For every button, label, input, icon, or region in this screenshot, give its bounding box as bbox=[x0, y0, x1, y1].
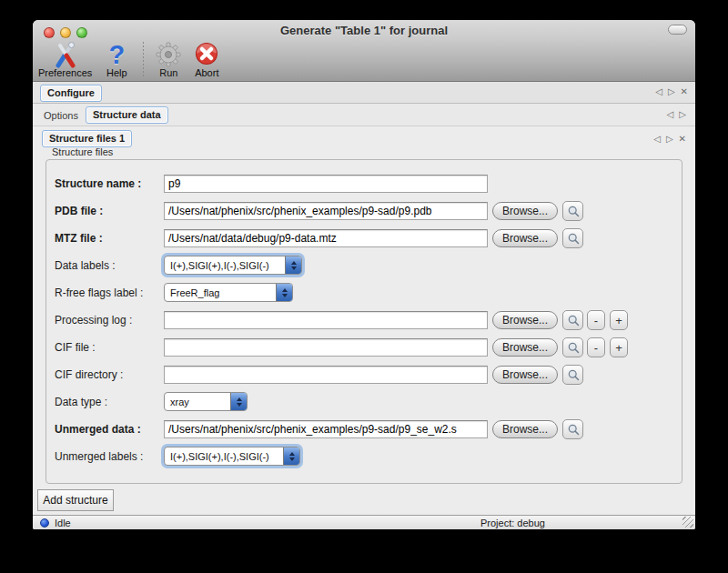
status-text: Idle bbox=[55, 518, 71, 528]
cif-directory-input[interactable] bbox=[164, 366, 488, 384]
processing-log-input[interactable] bbox=[164, 311, 488, 329]
question-icon: ? bbox=[103, 41, 130, 68]
field-label: CIF directory : bbox=[55, 365, 162, 385]
tab-options[interactable]: Options bbox=[44, 110, 78, 121]
help-button[interactable]: ? Help bbox=[101, 40, 132, 78]
form-row-rfree-flags: R-free flags label : FreeR_flag bbox=[55, 283, 682, 303]
tabbar1-controls: ◁ ▷ ✕ bbox=[655, 87, 688, 96]
tab-scroll-left-icon[interactable]: ◁ bbox=[653, 135, 661, 144]
tab-structure-files-1[interactable]: Structure files 1 bbox=[42, 130, 132, 147]
run-button[interactable]: Run bbox=[153, 40, 184, 78]
close-button[interactable] bbox=[44, 27, 55, 38]
toolbar-separator bbox=[143, 42, 144, 76]
status-bar: Idle Project: debug bbox=[33, 515, 695, 529]
field-label: R-free flags label : bbox=[55, 283, 162, 303]
preferences-button[interactable]: Preferences bbox=[36, 40, 94, 78]
rfree-flags-select[interactable]: FreeR_flag bbox=[164, 283, 293, 302]
titlebar[interactable]: Generate "Table 1" for journal bbox=[33, 20, 695, 40]
tab-configure[interactable]: Configure bbox=[40, 85, 102, 102]
tab-scroll-left-icon[interactable]: ◁ bbox=[667, 110, 674, 119]
form-row-unmerged-labels: Unmerged labels : I(+),SIGI(+),I(-),SIGI… bbox=[55, 447, 682, 467]
magnifier-icon bbox=[567, 205, 580, 217]
field-label: Unmerged data : bbox=[55, 419, 162, 439]
tab-close-icon[interactable]: ✕ bbox=[681, 87, 688, 96]
view-file-button[interactable] bbox=[562, 310, 583, 330]
tab-scroll-right-icon[interactable]: ▷ bbox=[679, 110, 686, 119]
selected-option: I(+),SIGI(+),I(-),SIGI(-) bbox=[165, 451, 283, 462]
selected-option: xray bbox=[165, 397, 230, 407]
form-row-pdb-file: PDB file : Browse... bbox=[55, 201, 682, 221]
tab-scroll-right-icon[interactable]: ▷ bbox=[668, 87, 675, 96]
status-indicator-icon bbox=[40, 518, 49, 528]
browse-button[interactable]: Browse... bbox=[492, 229, 558, 247]
magnifier-icon bbox=[567, 423, 580, 436]
group-label: Structure files bbox=[52, 146, 113, 157]
form-row-unmerged-data: Unmerged data : Browse... bbox=[55, 419, 682, 439]
selected-option: FreeR_flag bbox=[165, 287, 276, 298]
browse-button[interactable]: Browse... bbox=[492, 420, 558, 438]
field-label: MTZ file : bbox=[55, 228, 162, 248]
unmerged-data-input[interactable] bbox=[164, 420, 488, 438]
form-row-structure-name: Structure name : bbox=[55, 174, 682, 194]
tab-scroll-right-icon[interactable]: ▷ bbox=[666, 135, 673, 144]
form-row-mtz-file: MTZ file : Browse... bbox=[55, 228, 682, 248]
browse-button[interactable]: Browse... bbox=[492, 338, 558, 357]
view-file-button[interactable] bbox=[562, 201, 583, 221]
view-file-button[interactable] bbox=[562, 419, 583, 439]
add-field-button[interactable]: + bbox=[610, 337, 628, 357]
tabbar2-controls: ◁ ▷ bbox=[667, 110, 686, 119]
magnifier-icon bbox=[567, 368, 580, 381]
tab-structure-data[interactable]: Structure data bbox=[86, 106, 168, 124]
popup-stepper-icon bbox=[230, 393, 247, 410]
browse-button[interactable]: Browse... bbox=[492, 202, 558, 220]
abort-label: Abort bbox=[195, 67, 218, 78]
run-label: Run bbox=[159, 67, 177, 78]
tabbar-sections: Options Structure data ◁ ▷ bbox=[33, 104, 695, 126]
minimize-button[interactable] bbox=[60, 27, 71, 38]
resize-grip[interactable] bbox=[682, 517, 693, 528]
app-window: Generate "Table 1" for journal Preferenc… bbox=[33, 20, 695, 529]
popup-stepper-icon bbox=[283, 447, 299, 465]
mtz-file-input[interactable] bbox=[164, 229, 488, 247]
help-label: Help bbox=[106, 67, 127, 78]
field-label: Structure name : bbox=[55, 174, 162, 194]
window-title: Generate "Table 1" for journal bbox=[106, 24, 622, 37]
data-labels-select[interactable]: I(+),SIGI(+),I(-),SIGI(-) bbox=[164, 256, 302, 275]
tab-close-icon[interactable]: ✕ bbox=[679, 135, 686, 144]
form-row-cif-directory: CIF directory : Browse... bbox=[55, 365, 682, 385]
popup-stepper-icon bbox=[285, 256, 301, 274]
view-file-button[interactable] bbox=[562, 365, 583, 385]
tab-scroll-left-icon[interactable]: ◁ bbox=[655, 87, 662, 96]
field-label: Data type : bbox=[55, 392, 162, 412]
selected-option: I(+),SIGI(+),I(-),SIGI(-) bbox=[165, 260, 285, 271]
gear-icon bbox=[155, 41, 182, 68]
cif-file-input[interactable] bbox=[164, 338, 488, 357]
window-chrome: Generate "Table 1" for journal Preferenc… bbox=[33, 20, 695, 82]
browse-button[interactable]: Browse... bbox=[492, 311, 558, 329]
view-file-button[interactable] bbox=[562, 228, 583, 248]
field-label: Data labels : bbox=[55, 256, 162, 276]
browse-button[interactable]: Browse... bbox=[492, 366, 558, 384]
structure-name-input[interactable] bbox=[164, 175, 488, 193]
remove-field-button[interactable]: - bbox=[587, 310, 605, 330]
data-type-select[interactable]: xray bbox=[164, 392, 248, 411]
abort-button[interactable]: Abort bbox=[191, 40, 222, 78]
field-label: Processing log : bbox=[55, 310, 162, 330]
unmerged-labels-select[interactable]: I(+),SIGI(+),I(-),SIGI(-) bbox=[164, 447, 300, 466]
form-row-data-type: Data type : xray bbox=[55, 392, 682, 412]
preferences-label: Preferences bbox=[38, 67, 92, 78]
magnifier-icon bbox=[567, 232, 580, 245]
pdb-file-input[interactable] bbox=[164, 202, 488, 220]
field-label: CIF file : bbox=[55, 337, 162, 357]
remove-field-button[interactable]: - bbox=[587, 337, 605, 357]
zoom-button[interactable] bbox=[76, 27, 87, 38]
toolbar-toggle-button[interactable] bbox=[668, 25, 687, 35]
add-structure-button[interactable]: Add structure bbox=[37, 489, 114, 511]
field-label: Unmerged labels : bbox=[55, 447, 162, 467]
form-row-processing-log: Processing log : Browse... - + bbox=[55, 310, 682, 330]
add-field-button[interactable]: + bbox=[610, 310, 628, 330]
tools-icon bbox=[52, 41, 79, 68]
view-file-button[interactable] bbox=[562, 337, 583, 357]
form-row-data-labels: Data labels : I(+),SIGI(+),I(-),SIGI(-) bbox=[55, 256, 682, 276]
popup-stepper-icon bbox=[276, 284, 292, 301]
